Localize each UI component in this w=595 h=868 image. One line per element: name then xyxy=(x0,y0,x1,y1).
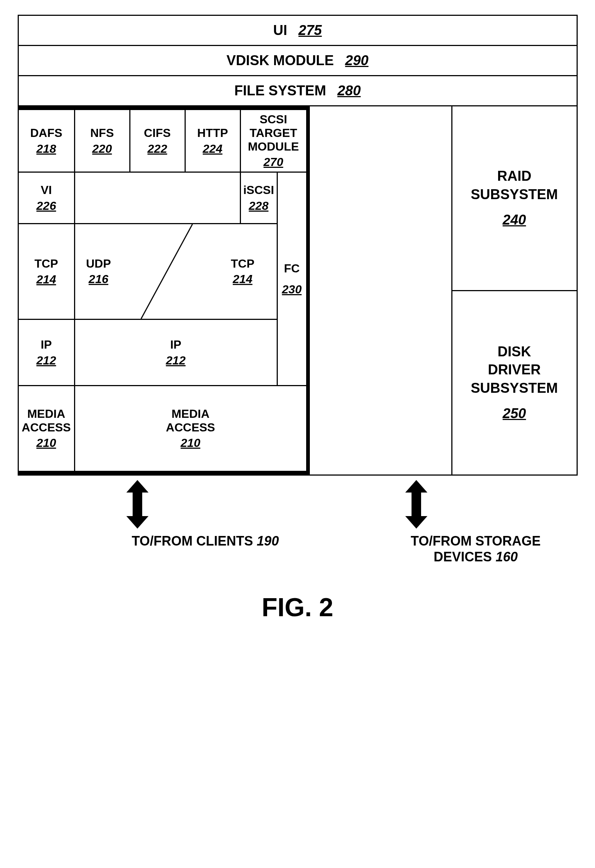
fs-layer: FILE SYSTEM 280 xyxy=(18,75,578,106)
clients-arrow: TO/FROM CLIENTS 190 xyxy=(132,482,279,549)
media-right-box: MEDIA ACCESS 210 xyxy=(74,386,306,471)
raid-box: RAID SUBSYSTEM 240 xyxy=(453,106,577,291)
iscsi-box: iSCSI 228 xyxy=(240,173,277,224)
scsi-target-box: SCSI TARGET MODULE 270 xyxy=(240,110,306,173)
clients-arrow-label: TO/FROM CLIENTS 190 xyxy=(132,533,279,549)
fc-box: FC 230 xyxy=(277,173,306,386)
storage-arrow: TO/FROM STORAGE DEVICES 160 xyxy=(411,482,541,565)
udp-label-group: UDP 216 xyxy=(86,257,111,286)
double-arrow-icon xyxy=(132,482,143,526)
cifs-box: CIFS 222 xyxy=(129,110,185,173)
network-stack: DAFS 218 NFS 220 CIFS 222 HTTP 224 SCSI … xyxy=(19,106,310,474)
top-rows: UI 275 VDISK MODULE 290 FILE SYSTEM 280 xyxy=(18,15,578,106)
udp-tcp-box: UDP 216 TCP 214 xyxy=(74,224,277,320)
double-arrow-icon xyxy=(411,482,422,526)
figure-caption: FIG. 2 xyxy=(18,593,578,622)
ui-layer: UI 275 xyxy=(18,15,578,45)
blank-row2 xyxy=(74,173,240,224)
vdisk-ref: 290 xyxy=(345,53,369,68)
center-gap xyxy=(310,106,451,474)
storage-stack: RAID SUBSYSTEM 240 DISK DRIVER SUBSYSTEM… xyxy=(451,106,577,474)
tcp-left-box: TCP 214 xyxy=(19,224,74,320)
nfs-box: NFS 220 xyxy=(74,110,129,173)
vdisk-label: VDISK MODULE xyxy=(226,53,334,68)
ip-left-box: IP 212 xyxy=(19,320,74,386)
ui-ref: 275 xyxy=(298,22,322,38)
main-area: DAFS 218 NFS 220 CIFS 222 HTTP 224 SCSI … xyxy=(18,106,578,475)
diagram-container: UI 275 VDISK MODULE 290 FILE SYSTEM 280 … xyxy=(18,15,578,622)
disk-driver-box: DISK DRIVER SUBSYSTEM 250 xyxy=(453,291,577,475)
storage-arrow-label: TO/FROM STORAGE DEVICES 160 xyxy=(411,533,541,565)
svg-line-0 xyxy=(141,224,192,319)
http-box: HTTP 224 xyxy=(185,110,240,173)
vdisk-layer: VDISK MODULE 290 xyxy=(18,45,578,75)
dafs-box: DAFS 218 xyxy=(19,110,74,173)
vi-box: VI 226 xyxy=(19,173,74,224)
tcp-mid-label-group: TCP 214 xyxy=(231,257,255,286)
fs-ref: 280 xyxy=(337,83,361,98)
ui-label: UI xyxy=(273,22,287,38)
fs-label: FILE SYSTEM xyxy=(234,83,326,99)
ip-right-box: IP 212 xyxy=(74,320,277,386)
media-left-box: MEDIA ACCESS 210 xyxy=(19,386,74,471)
